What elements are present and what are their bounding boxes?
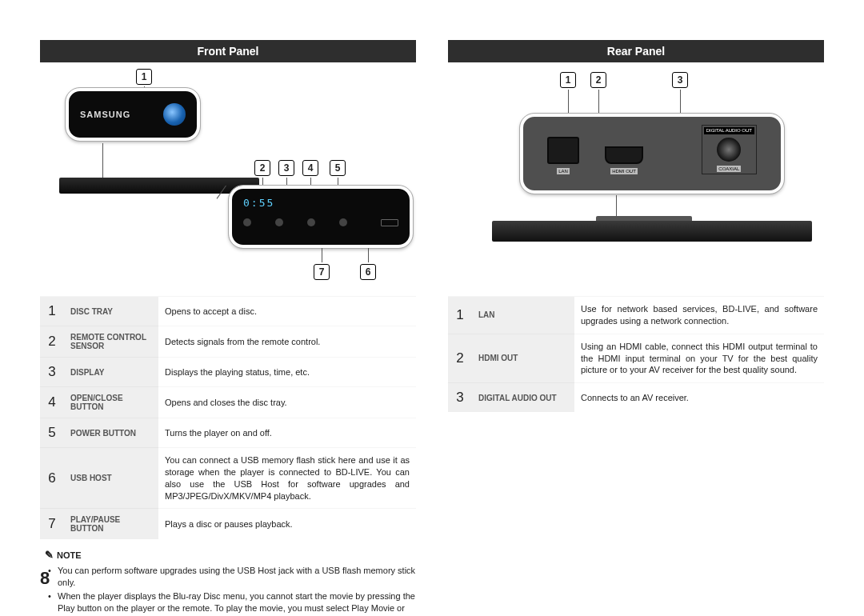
hdmi-port-label: HDMI OUT	[610, 168, 638, 174]
coax-port-icon	[717, 138, 741, 162]
callout-rp-1: 1	[560, 72, 576, 88]
rear-panel-figure: 1 2 3 LAN HDMI OUT DIGITAL AUDIO OUT COA…	[448, 67, 824, 291]
table-row: 2REMOTE CONTROL SENSORDetects signals fr…	[40, 326, 416, 358]
front-closeup-illustration: 0:55	[229, 186, 413, 248]
table-row: 3DISPLAYDisplays the playing status, tim…	[40, 358, 416, 387]
callout-fp-4: 4	[302, 160, 318, 176]
rear-panel-illustration: LAN HDMI OUT DIGITAL AUDIO OUT COAXIAL	[520, 114, 784, 194]
front-panel-column: Front Panel 1 SAMSUNG 2 3 4 5 0:55	[40, 40, 416, 616]
note-list: You can perform software upgrades using …	[40, 564, 416, 616]
front-panel-header: Front Panel	[40, 40, 416, 62]
list-item: When the player displays the Blu‑ray Dis…	[58, 590, 416, 616]
sensor-dot-icon	[243, 218, 251, 226]
note-icon: ✎	[45, 549, 54, 561]
rear-panel-column: Rear Panel 1 2 3 LAN HDMI OUT DIGITAL AU…	[448, 40, 824, 616]
rear-panel-table: 1LANUse for network based services, BD-L…	[448, 296, 824, 412]
open-close-btn-icon	[275, 218, 283, 226]
leader-line	[322, 248, 322, 262]
play-pause-btn-icon	[339, 218, 347, 226]
table-row: 6USB HOSTYou can connect a USB memory fl…	[40, 448, 416, 509]
callout-fp-7: 7	[314, 264, 330, 280]
usb-port-icon	[381, 219, 398, 226]
callout-rp-3: 3	[672, 72, 688, 88]
disc-tray-illustration: SAMSUNG	[66, 88, 200, 141]
callout-fp-2: 2	[254, 160, 270, 176]
callout-fp-6: 6	[360, 264, 376, 280]
callout-fp-3: 3	[278, 160, 294, 176]
display-readout: 0:55	[243, 197, 398, 209]
table-row: 7PLAY/PAUSE BUTTONPlays a disc or pauses…	[40, 509, 416, 540]
front-panel-figure: 1 SAMSUNG 2 3 4 5 0:55	[40, 67, 416, 291]
hdmi-port-icon	[605, 146, 643, 164]
callout-fp-5: 5	[330, 160, 346, 176]
table-row: 5POWER BUTTONTurns the player on and off…	[40, 418, 416, 448]
rear-full-view	[492, 221, 812, 242]
table-row: 1LANUse for network based services, BD-L…	[448, 297, 824, 334]
bluray-logo-icon	[163, 103, 186, 126]
front-panel-table: 1DISC TRAYOpens to accept a disc. 2REMOT…	[40, 296, 416, 539]
leader-line	[102, 143, 103, 182]
table-row: 3DIGITAL AUDIO OUTConnects to an AV rece…	[448, 383, 824, 413]
power-btn-icon	[307, 218, 315, 226]
table-row: 1DISC TRAYOpens to accept a disc.	[40, 297, 416, 326]
table-row: 2HDMI OUTUsing an HDMI cable, connect th…	[448, 334, 824, 383]
callout-rp-2: 2	[590, 72, 606, 88]
callout-fp-1: 1	[136, 69, 152, 85]
note-heading: ✎NOTE	[45, 549, 416, 561]
leader-line	[368, 248, 369, 262]
player-thin-view	[59, 178, 259, 194]
coax-port-label: COAXIAL	[717, 166, 741, 172]
digital-audio-out-group: DIGITAL AUDIO OUT COAXIAL	[702, 125, 757, 174]
page-number: 8	[40, 568, 50, 589]
list-item: You can perform software upgrades using …	[58, 564, 416, 590]
lan-port-icon	[547, 137, 579, 164]
brand-logo: SAMSUNG	[80, 110, 130, 119]
table-row: 4OPEN/CLOSE BUTTONOpens and closes the d…	[40, 387, 416, 418]
audio-out-label: DIGITAL AUDIO OUT	[704, 127, 754, 134]
rear-panel-header: Rear Panel	[448, 40, 824, 62]
lan-port-label: LAN	[557, 168, 570, 174]
